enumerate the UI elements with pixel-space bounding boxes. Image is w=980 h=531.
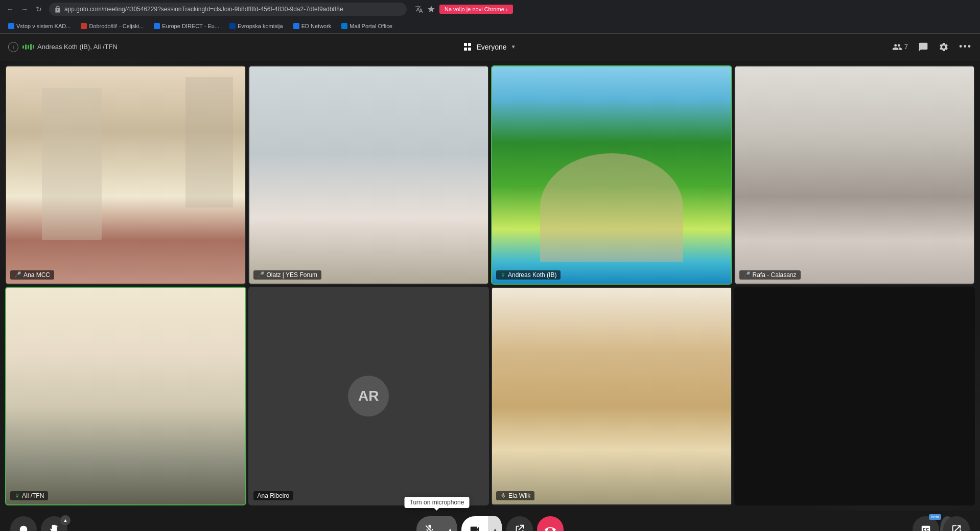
leave-button[interactable]: Leave xyxy=(537,516,564,531)
bookmark-item[interactable]: Vstop v sistem KAD... xyxy=(4,22,75,30)
toolbar-center: Turn on microphone ▲ Mic ▲ Cam xyxy=(416,516,564,531)
phone-off-icon xyxy=(545,524,556,531)
nav-buttons[interactable]: ← → ↻ xyxy=(4,3,45,15)
gear-icon xyxy=(939,42,949,52)
bookmark-icon-3 xyxy=(154,23,160,29)
chevron-down-icon: ▼ xyxy=(511,44,516,50)
app-header: i Andreas Koth (IB), Ali /TFN Everyone ▼… xyxy=(0,34,980,60)
video-tile-andreas: 🎙 Andreas Koth (IB) xyxy=(491,65,732,285)
people-icon xyxy=(892,42,902,52)
bookmark-item-2[interactable]: Dobrodošli! - Celjski... xyxy=(77,22,148,30)
grid-icon xyxy=(464,43,472,51)
svg-point-0 xyxy=(20,526,28,531)
name-label-rafa: 🎤 Rafa - Calasanz xyxy=(739,270,801,280)
view-mode-label: Everyone xyxy=(476,43,506,51)
beta-badge: Beta xyxy=(929,514,941,520)
video-bg-ana xyxy=(6,66,245,284)
wave-5 xyxy=(33,45,34,49)
video-tile-ana-mcc: 🎤 Ana MCC xyxy=(5,65,246,285)
bookmark-item-4[interactable]: Evropska komisija xyxy=(225,22,287,30)
participant-name-ali: Ali /TFN xyxy=(22,492,44,499)
share-button[interactable]: Share xyxy=(506,516,533,531)
header-left: i Andreas Koth (IB), Ali /TFN xyxy=(8,42,464,52)
bookmarks-bar: Vstop v sistem KAD... Dobrodošli! - Celj… xyxy=(0,18,980,34)
video-content-olatz xyxy=(249,66,488,284)
sound-waves xyxy=(22,44,34,50)
settings-button[interactable] xyxy=(939,42,949,52)
bookmark-item-6[interactable]: Mail Portal Office xyxy=(337,22,396,30)
more-dots: ••• xyxy=(959,41,972,52)
bookmark-icon-2 xyxy=(81,23,87,29)
chat-button[interactable] xyxy=(918,42,928,52)
back-button[interactable]: ← xyxy=(4,3,16,15)
forward-button[interactable]: → xyxy=(18,3,31,15)
bookmark-item-3[interactable]: Europe DIRECT - Eu... xyxy=(150,22,223,30)
name-label-ana-ribeiro: Ana Ribeiro xyxy=(253,491,294,500)
video-tile-ali: 🎙 Ali /TFN xyxy=(5,287,246,506)
address-bar[interactable]: app.goto.com/meeting/430546229?sessionTr… xyxy=(49,3,407,16)
camera-icon-btn[interactable] xyxy=(461,516,488,531)
record-button[interactable]: Record xyxy=(10,516,37,531)
pop-out-button[interactable]: Pop out xyxy=(943,516,970,531)
chrome-update-button[interactable]: Na voljo je novi Chrome › xyxy=(439,5,513,14)
bookmark-icon-4 xyxy=(229,23,236,29)
bookmark-item-5[interactable]: ED Network xyxy=(289,22,336,30)
name-label-ana-mcc: 🎤 Ana MCC xyxy=(10,270,54,280)
lock-icon xyxy=(54,6,61,13)
share-icon-btn[interactable] xyxy=(506,516,533,531)
wave-4 xyxy=(30,44,32,50)
camera-button[interactable]: ▲ Camera xyxy=(461,516,502,531)
star-icon[interactable] xyxy=(427,5,435,13)
wave-2 xyxy=(25,44,27,50)
camera-icon xyxy=(469,524,480,531)
mic-arrow-btn[interactable]: ▲ xyxy=(443,516,457,531)
speaker-indicator: Andreas Koth (IB), Ali /TFN xyxy=(22,43,118,51)
captions-icon-btn[interactable]: Beta xyxy=(913,516,939,531)
mic-chevron: ▲ xyxy=(448,527,453,532)
video-tile-olatz: 🎤 Olatz | YES Forum xyxy=(248,65,489,285)
more-button[interactable]: ••• xyxy=(959,41,972,52)
participant-name-ela: Ela Wilk xyxy=(508,492,530,499)
react-arrow[interactable]: ▲ xyxy=(60,515,71,525)
participants-button[interactable]: 7 xyxy=(892,42,908,52)
participant-name-andreas: Andreas Koth (IB) xyxy=(508,271,556,279)
video-bg-ela xyxy=(492,288,731,505)
main-content: 🎤 Ana MCC 🎤 Olatz | YES Forum xyxy=(0,60,980,511)
muted-mic-icon-olatz: 🎤 xyxy=(258,271,265,278)
captions-button[interactable]: Beta ▲ Captions xyxy=(913,516,939,531)
participant-count: 7 xyxy=(904,43,908,51)
bottom-toolbar: Record ▲ React Turn on microphone ▲ Mic xyxy=(0,511,980,531)
wave-3 xyxy=(28,45,29,49)
mic-icon-btn[interactable] xyxy=(416,516,443,531)
leave-icon-btn[interactable] xyxy=(537,516,564,531)
pop-out-icon xyxy=(951,524,962,531)
camera-chevron: ▲ xyxy=(493,527,498,532)
video-grid: 🎤 Ana MCC 🎤 Olatz | YES Forum xyxy=(5,65,975,505)
video-bg-rafa xyxy=(735,66,974,284)
record-icon-btn[interactable] xyxy=(10,516,37,531)
video-content-ali xyxy=(6,288,245,505)
toolbar-right: Beta ▲ Captions Pop out xyxy=(913,516,970,531)
refresh-button[interactable]: ↻ xyxy=(33,3,45,15)
camera-arrow-btn[interactable]: ▲ xyxy=(488,516,502,531)
name-label-olatz: 🎤 Olatz | YES Forum xyxy=(253,270,322,280)
speaking-icon: 🎙 xyxy=(500,272,506,278)
name-label-andreas: 🎙 Andreas Koth (IB) xyxy=(496,270,561,280)
header-center[interactable]: Everyone ▼ xyxy=(464,43,516,51)
chat-icon xyxy=(918,42,928,52)
pop-out-icon-btn[interactable] xyxy=(943,516,970,531)
browser-chrome: ← → ↻ app.goto.com/meeting/430546229?ses… xyxy=(0,0,980,18)
toolbar-left: Record ▲ React xyxy=(10,516,67,531)
bookmark-icon-1 xyxy=(8,23,14,29)
video-tile-empty xyxy=(734,287,975,506)
participant-name-olatz: Olatz | YES Forum xyxy=(267,271,318,279)
participant-name: Ana MCC xyxy=(24,271,50,279)
muted-mic-icon: 🎤 xyxy=(14,271,21,278)
mic-button[interactable]: Turn on microphone ▲ Mic xyxy=(416,516,457,531)
video-content-andreas xyxy=(492,66,731,284)
info-button[interactable]: i xyxy=(8,42,18,52)
react-button[interactable]: ▲ React xyxy=(41,516,67,531)
participant-name-ana-ribeiro: Ana Ribeiro xyxy=(258,492,290,499)
name-label-ali: 🎙 Ali /TFN xyxy=(10,491,48,500)
video-tile-ela: Ela Wilk xyxy=(491,287,732,506)
